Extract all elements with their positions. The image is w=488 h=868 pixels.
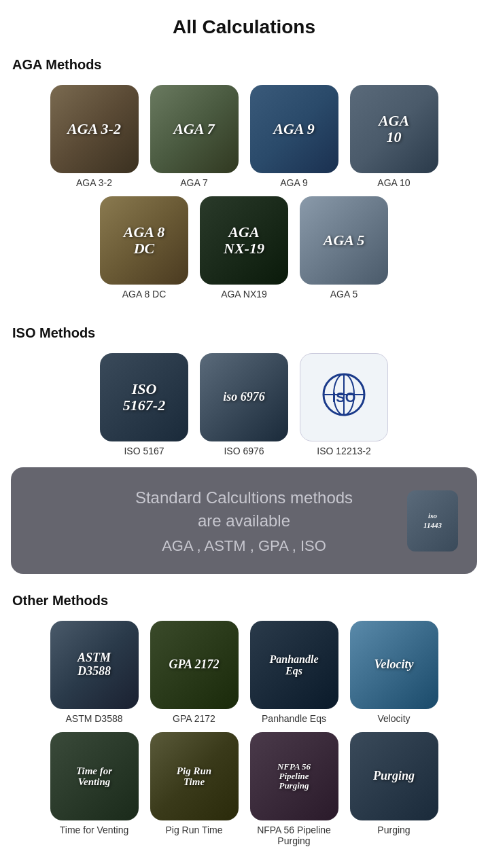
calc-thumb-label-aga32: AGA 3-2 <box>65 118 124 140</box>
calc-thumb-label-iso6976: iso 6976 <box>220 388 268 407</box>
iso-section: ISO Methods ISO5167-2 ISO 5167 iso 6976 … <box>0 317 488 467</box>
calc-thumb-label-aga5: AGA 5 <box>321 230 368 251</box>
calc-thumb-aga8dc: AGA 8DC <box>100 196 188 285</box>
page-title: All Calculations <box>0 0 488 49</box>
calc-thumb-label-iso5167: ISO5167-2 <box>120 378 168 416</box>
calc-item-panhandle[interactable]: PanhandleEqs Panhandle Eqs <box>248 621 340 724</box>
calc-thumb-aga9: AGA 9 <box>250 85 338 173</box>
banner-overlay: iso11443 Standard Calcultions methodsare… <box>11 467 477 574</box>
svg-text:ISO: ISO <box>332 390 355 405</box>
calc-thumb-panhandle: PanhandleEqs <box>250 621 338 709</box>
calc-thumb-astm: ASTMD3588 <box>50 621 139 709</box>
calc-item-aga7[interactable]: AGA 7 AGA 7 <box>148 85 240 188</box>
calc-thumb-iso5167: ISO5167-2 <box>100 353 188 441</box>
calc-name-purging: Purging <box>377 825 410 835</box>
calc-thumb-label-aga9: AGA 9 <box>271 118 317 140</box>
calc-item-aganx19[interactable]: AGANX-19 AGA NX19 <box>198 196 290 300</box>
calc-name-aga9: AGA 9 <box>280 177 307 188</box>
iso-grid: ISO5167-2 ISO 5167 iso 6976 ISO 6976 ISO <box>0 348 488 467</box>
calc-thumb-nfpa: NFPA 56PipelinePurging <box>250 732 338 820</box>
calc-item-aga10[interactable]: AGA10 AGA 10 <box>348 85 440 188</box>
calc-name-aganx19: AGA NX19 <box>221 289 267 300</box>
calc-item-aga5[interactable]: AGA 5 AGA 5 <box>298 196 390 300</box>
calc-name-iso5167: ISO 5167 <box>124 446 164 456</box>
calc-thumb-label-velocity: Velocity <box>372 655 417 674</box>
calc-thumb-label-panhandle: PanhandleEqs <box>266 651 321 680</box>
other-section: Other Methods ASTMD3588 ASTM D3588 GPA 2… <box>0 585 488 857</box>
calc-thumb-label-gpa: GPA 2172 <box>166 655 222 674</box>
calc-name-aga5: AGA 5 <box>330 289 358 300</box>
calc-name-gpa: GPA 2172 <box>173 713 215 724</box>
calc-thumb-aga10: AGA10 <box>350 85 438 173</box>
calc-item-purging[interactable]: Purging Purging <box>348 732 440 846</box>
calc-name-aga8dc: AGA 8 DC <box>122 289 167 300</box>
calc-item-pigrun[interactable]: Pig RunTime Pig Run Time <box>148 732 240 846</box>
calc-thumb-label-pigrun: Pig RunTime <box>174 763 214 791</box>
calc-item-aga9[interactable]: AGA 9 AGA 9 <box>248 85 340 188</box>
calc-thumb-velocity: Velocity <box>350 621 438 709</box>
calc-thumb-aga32: AGA 3-2 <box>50 85 139 173</box>
calc-thumb-label-purging: Purging <box>370 767 417 786</box>
calc-thumb-label-aga10: AGA10 <box>376 110 412 148</box>
calc-thumb-iso12213: ISO <box>300 353 388 441</box>
calc-thumb-label-nfpa: NFPA 56PipelinePurging <box>275 759 313 794</box>
calc-thumb-pigrun: Pig RunTime <box>150 732 239 820</box>
banner-thumb: iso11443 <box>407 490 458 551</box>
calc-name-aga32: AGA 3-2 <box>76 177 112 188</box>
other-section-header: Other Methods <box>0 585 488 615</box>
aga-section-header: AGA Methods <box>0 49 488 79</box>
calc-item-iso6976[interactable]: iso 6976 ISO 6976 <box>198 353 290 456</box>
calc-item-astm[interactable]: ASTMD3588 ASTM D3588 <box>48 621 140 724</box>
calc-item-gpa[interactable]: GPA 2172 GPA 2172 <box>148 621 240 724</box>
calc-thumb-label-astm: ASTMD3588 <box>75 649 114 681</box>
calc-thumb-venting: Time forVenting <box>50 732 139 820</box>
aga-section: AGA Methods AGA 3-2 AGA 3-2 AGA 7 AGA 7 … <box>0 49 488 310</box>
calc-name-velocity: Velocity <box>377 713 410 724</box>
calc-item-aga8dc[interactable]: AGA 8DC AGA 8 DC <box>99 196 190 300</box>
banner-main-text: Standard Calcultions methodsare availabl… <box>24 486 464 532</box>
calc-thumb-label-aga8dc: AGA 8DC <box>121 221 168 259</box>
other-grid: ASTMD3588 ASTM D3588 GPA 2172 GPA 2172 P… <box>0 615 488 857</box>
calc-name-astm: ASTM D3588 <box>65 713 122 724</box>
calc-item-velocity[interactable]: Velocity Velocity <box>348 621 440 724</box>
calc-thumb-aga7: AGA 7 <box>150 85 239 173</box>
calc-name-aga10: AGA 10 <box>377 177 410 188</box>
calc-item-iso5167[interactable]: ISO5167-2 ISO 5167 <box>99 353 190 456</box>
calc-name-iso12213: ISO 12213-2 <box>317 446 370 456</box>
calc-thumb-label-aganx19: AGANX-19 <box>221 221 267 259</box>
aga-grid: AGA 3-2 AGA 3-2 AGA 7 AGA 7 AGA 9 AGA 9 … <box>0 79 488 310</box>
banner-thumb-label: iso11443 <box>423 511 442 529</box>
calc-name-pigrun: Pig Run Time <box>165 825 222 835</box>
calc-thumb-purging: Purging <box>350 732 438 820</box>
calc-thumb-aganx19: AGANX-19 <box>200 196 288 285</box>
calc-thumb-gpa: GPA 2172 <box>150 621 239 709</box>
calc-thumb-label-venting: Time forVenting <box>73 763 115 791</box>
calc-item-iso12213[interactable]: ISO ISO 12213-2 <box>298 353 390 456</box>
iso-section-header: ISO Methods <box>0 317 488 348</box>
calc-thumb-iso6976: iso 6976 <box>200 353 288 441</box>
calc-item-nfpa[interactable]: NFPA 56PipelinePurging NFPA 56 Pipeline … <box>248 732 340 846</box>
calc-item-venting[interactable]: Time forVenting Time for Venting <box>48 732 140 846</box>
calc-name-aga7: AGA 7 <box>180 177 207 188</box>
calc-item-aga32[interactable]: AGA 3-2 AGA 3-2 <box>48 85 140 188</box>
calc-thumb-label-aga7: AGA 7 <box>171 118 217 140</box>
banner-sub-text: AGA , ASTM , GPA , ISO <box>24 537 464 555</box>
calc-name-iso6976: ISO 6976 <box>224 446 264 456</box>
calc-name-panhandle: Panhandle Eqs <box>262 713 326 724</box>
iso-logo-icon: ISO <box>317 368 370 426</box>
calc-name-nfpa: NFPA 56 Pipeline Purging <box>248 825 340 846</box>
calc-name-venting: Time for Venting <box>60 825 128 835</box>
calc-thumb-aga5: AGA 5 <box>300 196 388 285</box>
